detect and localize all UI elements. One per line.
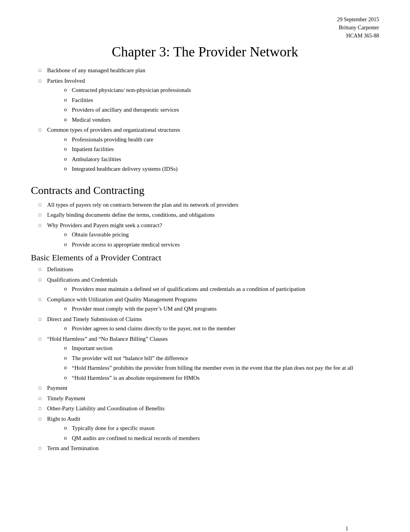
list-item: Medical vendors xyxy=(63,116,379,124)
list-item: Typically done for a specific reason xyxy=(63,424,379,433)
header-date: 29 September 2015 xyxy=(31,15,379,24)
list-item: Provider must comply with the payer’s UM… xyxy=(63,304,379,313)
section1-bullet-list: All types of payers rely on contracts be… xyxy=(31,201,379,249)
sub-list: Important section The provider will not … xyxy=(47,344,379,382)
list-item: Definitions xyxy=(39,265,379,274)
page-number: 1 xyxy=(346,526,348,532)
list-item: Provider agrees to send claims directly … xyxy=(63,324,379,333)
list-item: Payment xyxy=(39,384,379,393)
sub-list: Professionals providing health care Inpa… xyxy=(47,135,379,173)
sub-list: Providers must maintain a defined set of… xyxy=(47,285,379,294)
list-item: The provider will not “balance bill” the… xyxy=(63,354,379,363)
list-item: Facilities xyxy=(63,96,379,105)
list-item: Common types of providers and organizati… xyxy=(39,126,379,173)
section1-heading: Contracts and Contracting xyxy=(31,184,379,197)
list-item: Other-Party Liability and Coordination o… xyxy=(39,404,379,413)
list-item: “Hold Harmless” prohibits the provider f… xyxy=(63,364,379,372)
sub-list: Obtain favorable pricing Provide access … xyxy=(47,230,379,249)
list-item: Important section xyxy=(63,344,379,353)
section2-bullet-list: Definitions Qualifications and Credentia… xyxy=(31,265,379,453)
sub-list: Provider agrees to send claims directly … xyxy=(47,324,379,333)
list-item: “Hold Harmless” and “No Balance Billing”… xyxy=(39,335,379,382)
list-item: Provide access to appropriate medical se… xyxy=(63,240,379,249)
list-item: Timely Payment xyxy=(39,394,379,403)
list-item: Inpatient facilities xyxy=(63,145,379,154)
list-item: Compliance with Utilization and Quality … xyxy=(39,295,379,313)
list-item: Legally binding documents define the ter… xyxy=(39,211,379,219)
list-item: Qualifications and Credentials Providers… xyxy=(39,275,379,294)
document-header: 29 September 2015 Brittany Carpenter HCA… xyxy=(31,15,379,40)
list-item: Parties Involved Contracted physicians/ … xyxy=(39,76,379,124)
list-item: “Hold Harmless” is an absolute requireme… xyxy=(63,374,379,382)
list-item: Direct and Timely Submission of Claims P… xyxy=(39,315,379,333)
list-item: Providers of ancillary and therapeutic s… xyxy=(63,105,379,114)
list-item: Right to Audit Typically done for a spec… xyxy=(39,415,379,443)
list-item: Professionals providing health care xyxy=(63,135,379,144)
list-item: Ambulatory facilities xyxy=(63,155,379,164)
list-item: Obtain favorable pricing xyxy=(63,230,379,239)
sub-list: Provider must comply with the payer’s UM… xyxy=(47,304,379,313)
section2-heading: Basic Elements of a Provider Contract xyxy=(31,253,379,263)
list-item: Backbone of any managed healthcare plan xyxy=(39,66,379,75)
list-item: QM audits are confined to medical record… xyxy=(63,434,379,443)
list-item: Term and Termination xyxy=(39,444,379,453)
sub-list: Typically done for a specific reason QM … xyxy=(47,424,379,442)
list-item: Providers must maintain a defined set of… xyxy=(63,285,379,294)
list-item: All types of payers rely on contracts be… xyxy=(39,201,379,209)
list-item: Why Providers and Payers might seek a co… xyxy=(39,221,379,249)
page-title: Chapter 3: The Provider Network xyxy=(31,44,379,60)
list-item: Integrated healthcare delivery systems (… xyxy=(63,165,379,173)
sub-list: Contracted physicians/ non-physician pro… xyxy=(47,86,379,124)
header-course: HCAM 365-88 xyxy=(31,32,379,40)
top-bullet-list: Backbone of any managed healthcare plan … xyxy=(31,66,379,173)
list-item: Contracted physicians/ non-physician pro… xyxy=(63,86,379,95)
header-author: Brittany Carpenter xyxy=(31,24,379,32)
